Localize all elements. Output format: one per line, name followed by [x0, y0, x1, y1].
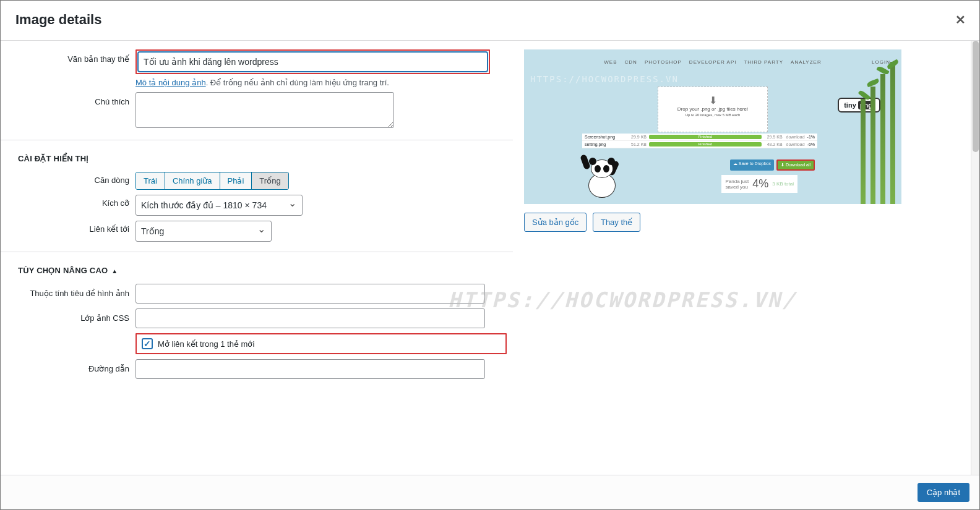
title-attr-label: Thuộc tính tiêu đề hình ảnh	[1, 284, 135, 298]
chevron-up-icon: ▲	[111, 268, 118, 274]
advanced-section-toggle[interactable]: TÙY CHỌN NÂNG CAO ▲	[1, 257, 513, 281]
alt-text-label: Văn bản thay thế	[1, 49, 135, 64]
preview-pane: WEBCDNPHOTOSHOPDEVELOPER APITHIRD PARTYA…	[513, 41, 979, 475]
savings-badge: Panda justsaved you 4% 3 KB total	[721, 175, 797, 193]
preview-action-buttons: ☁ Save to Dropbox ⬇ Download all	[730, 159, 815, 171]
align-right-button[interactable]: Phải	[220, 172, 252, 189]
alt-help-link[interactable]: Mô tả nội dung ảnh	[135, 78, 206, 87]
align-center-button[interactable]: Chính giữa	[165, 172, 220, 189]
align-button-group: Trái Chính giữa Phải Trống	[135, 172, 289, 190]
newtab-highlight: ✓ Mở liên kết trong 1 thẻ mới	[135, 333, 507, 354]
size-select[interactable]: Kích thước đầy đủ – 1810 × 734	[135, 195, 303, 216]
preview-watermark: HTTPS://HOCWORDPRESS.VN	[530, 74, 679, 84]
linkto-label: Liên kết tới	[1, 221, 135, 234]
linkto-select[interactable]: Trống	[135, 221, 272, 242]
url-label: Đường dẫn	[1, 359, 135, 373]
update-button[interactable]: Cập nhật	[918, 483, 969, 502]
size-label: Kích cỡ	[1, 195, 135, 208]
align-left-button[interactable]: Trái	[136, 172, 165, 189]
align-label: Căn dòng	[1, 172, 135, 185]
edit-original-button[interactable]: Sửa bản gốc	[524, 213, 587, 232]
panda-icon	[582, 155, 619, 198]
display-section-title: CÀI ĐẶT HIỂN THỊ	[1, 145, 513, 169]
download-icon: ⬇	[658, 95, 767, 106]
alt-text-input[interactable]	[138, 52, 488, 72]
caption-label: Chú thích	[1, 92, 135, 106]
css-class-label: Lớp ảnh CSS	[1, 308, 135, 323]
css-class-input[interactable]	[135, 308, 485, 328]
newtab-checkbox[interactable]: ✓	[142, 338, 153, 349]
file-row: setting.png51.2 KB Finished 48.2 KBdownl…	[582, 141, 817, 148]
image-preview: WEBCDNPHOTOSHOPDEVELOPER APITHIRD PARTYA…	[524, 49, 901, 204]
file-row: Screenshot.png29.9 KB Finished 29.5 KBdo…	[582, 134, 817, 141]
settings-pane: Văn bản thay thế Mô tả nội dung ảnh. Để …	[1, 41, 513, 475]
preview-nav: WEBCDNPHOTOSHOPDEVELOPER APITHIRD PARTYA…	[524, 59, 901, 65]
download-all-button: ⬇ Download all	[776, 159, 815, 171]
save-dropbox-button: ☁ Save to Dropbox	[730, 159, 774, 171]
modal-title: Image details	[15, 12, 101, 28]
url-input[interactable]	[135, 359, 485, 379]
scrollbar-thumb[interactable]	[973, 41, 979, 152]
align-none-button[interactable]: Trống	[252, 172, 288, 189]
newtab-label: Mở liên kết trong 1 thẻ mới	[158, 339, 254, 349]
bamboo-decoration	[852, 49, 901, 204]
dropzone: ⬇ Drop your .png or .jpg files here! Up …	[658, 87, 768, 132]
close-icon[interactable]: ✕	[952, 12, 969, 27]
file-list: Screenshot.png29.9 KB Finished 29.5 KBdo…	[582, 134, 817, 148]
alt-help-text: Mô tả nội dung ảnh. Để trống nếu ảnh chỉ…	[135, 78, 513, 87]
replace-button[interactable]: Thay thế	[593, 213, 640, 232]
title-attr-input[interactable]	[135, 284, 485, 304]
alt-highlight	[135, 49, 490, 74]
caption-input[interactable]	[135, 92, 394, 128]
scrollbar[interactable]	[971, 41, 979, 475]
